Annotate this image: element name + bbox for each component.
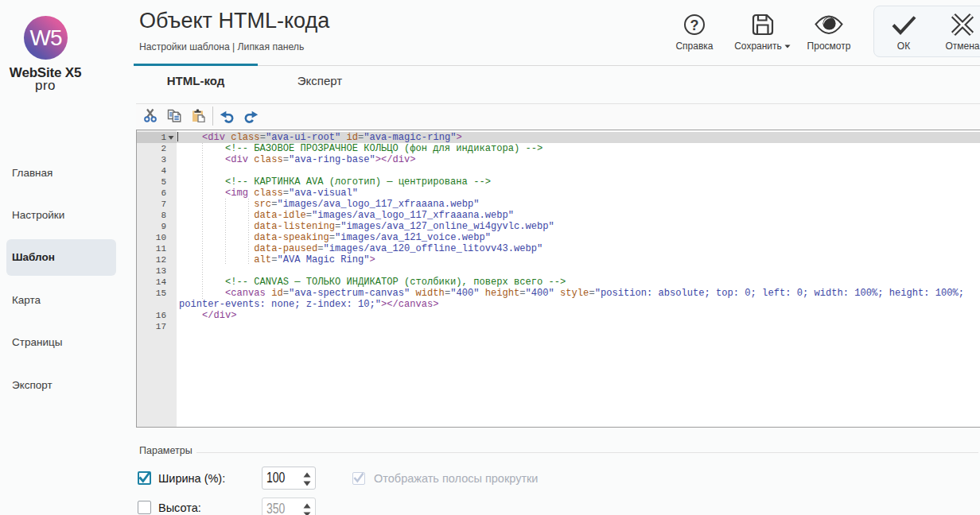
svg-text:?: ? (690, 17, 699, 33)
